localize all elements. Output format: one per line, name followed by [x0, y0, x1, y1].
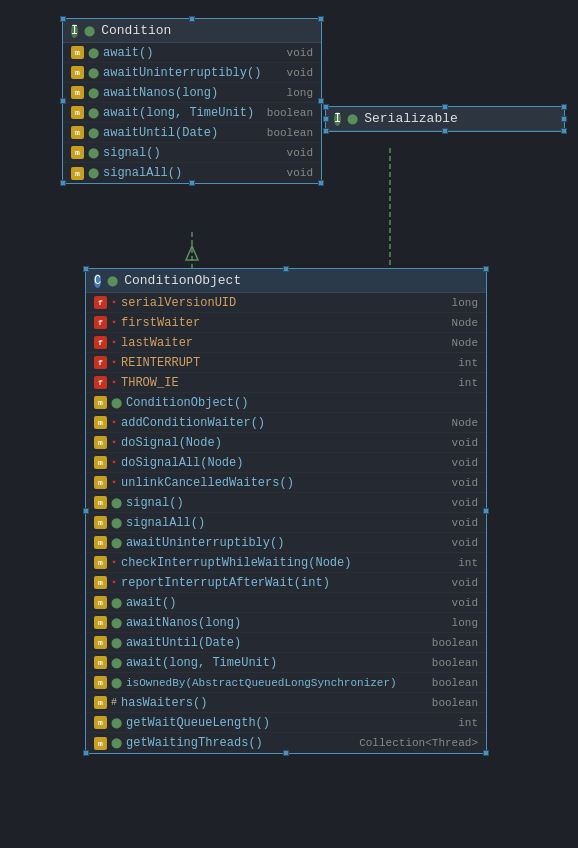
method-icon: m	[94, 416, 107, 429]
method-icon: m	[94, 596, 107, 609]
member-awaitLongTimeUnit: m ⬤ await(long, TimeUnit) boolean	[63, 103, 321, 123]
resize-tl[interactable]	[83, 266, 89, 272]
member-name: addConditionWaiter()	[121, 416, 448, 430]
pub-icon: ⬤	[88, 147, 99, 159]
priv-icon: ▪	[111, 297, 117, 308]
pub-icon: ⬤	[111, 497, 122, 509]
method-icon: m	[94, 737, 107, 750]
resize-bl[interactable]	[60, 180, 66, 186]
resize-tc[interactable]	[283, 266, 289, 272]
priv-icon: ▪	[111, 477, 117, 488]
member-isOwnedBy: m ⬤ isOwnedBy(AbstractQueuedLongSynchron…	[86, 673, 486, 693]
condition-title: Condition	[101, 23, 171, 38]
method-icon: m	[94, 536, 107, 549]
resize-ml[interactable]	[60, 98, 66, 104]
pub-icon: ⬤	[111, 637, 122, 649]
serializable-title: Serializable	[364, 111, 458, 126]
resize-ml[interactable]	[83, 508, 89, 514]
resize-bc[interactable]	[283, 750, 289, 756]
resize-bc[interactable]	[189, 180, 195, 186]
member-type: void	[452, 597, 478, 609]
condition-visibility-icon: ⬤	[84, 25, 95, 37]
resize-ml[interactable]	[323, 116, 329, 122]
method-icon: m	[94, 576, 107, 589]
member-name: getWaitingThreads()	[126, 736, 355, 750]
member-getWaitQueueLength: m ⬤ getWaitQueueLength() int	[86, 713, 486, 733]
resize-tc[interactable]	[442, 104, 448, 110]
priv-icon: ▪	[111, 577, 117, 588]
member-lastWaiter: f ▪ lastWaiter Node	[86, 333, 486, 353]
member-name: firstWaiter	[121, 316, 448, 330]
member-type: void	[452, 477, 478, 489]
method-icon: m	[94, 676, 107, 689]
member-type: void	[287, 147, 313, 159]
pub-icon: ⬤	[88, 87, 99, 99]
serializable-type-badge: I	[334, 112, 341, 126]
member-signal2: m ⬤ signal() void	[86, 493, 486, 513]
member-name: signalAll()	[103, 166, 283, 180]
pub-icon: ⬤	[111, 397, 122, 409]
priv-icon: ▪	[111, 317, 117, 328]
member-name: serialVersionUID	[121, 296, 448, 310]
member-name: awaitUntil(Date)	[103, 126, 263, 140]
resize-bl[interactable]	[83, 750, 89, 756]
member-type: void	[287, 47, 313, 59]
resize-mr[interactable]	[483, 508, 489, 514]
field-icon: f	[94, 356, 107, 369]
method-icon: m	[94, 456, 107, 469]
member-name: doSignalAll(Node)	[121, 456, 448, 470]
pub-icon: ⬤	[111, 717, 122, 729]
pub-icon: ⬤	[111, 617, 122, 629]
method-icon: m	[94, 496, 107, 509]
resize-br[interactable]	[561, 128, 567, 134]
resize-tl[interactable]	[323, 104, 329, 110]
member-type: void	[452, 577, 478, 589]
member-name: awaitUntil(Date)	[126, 636, 428, 650]
member-type: void	[452, 497, 478, 509]
resize-tr[interactable]	[483, 266, 489, 272]
method-icon: m	[94, 436, 107, 449]
resize-tr[interactable]	[318, 16, 324, 22]
pub-icon: ⬤	[111, 657, 122, 669]
member-name: REINTERRUPT	[121, 356, 454, 370]
resize-tc[interactable]	[189, 16, 195, 22]
member-type: long	[287, 87, 313, 99]
condition-class-box: I ⬤ Condition m ⬤ await() void m ⬤ await…	[62, 18, 322, 184]
member-type: void	[287, 167, 313, 179]
member-firstWaiter: f ▪ firstWaiter Node	[86, 313, 486, 333]
svg-marker-1	[186, 246, 198, 260]
member-signal: m ⬤ signal() void	[63, 143, 321, 163]
resize-br[interactable]	[483, 750, 489, 756]
member-type: void	[452, 517, 478, 529]
method-icon: m	[94, 716, 107, 729]
hash-icon: #	[111, 697, 117, 708]
member-ConditionObject-constructor: m ⬤ ConditionObject()	[86, 393, 486, 413]
resize-mr[interactable]	[561, 116, 567, 122]
member-type: int	[458, 717, 478, 729]
member-name: await(long, TimeUnit)	[103, 106, 263, 120]
resize-bc[interactable]	[442, 128, 448, 134]
condition-type-badge: I	[71, 24, 78, 38]
serializable-visibility-icon: ⬤	[347, 113, 358, 125]
pub-icon: ⬤	[111, 597, 122, 609]
method-icon: m	[71, 46, 84, 59]
resize-tr[interactable]	[561, 104, 567, 110]
member-name: signalAll()	[126, 516, 448, 530]
member-doSignal: m ▪ doSignal(Node) void	[86, 433, 486, 453]
member-name: hasWaiters()	[121, 696, 428, 710]
member-REINTERRUPT: f ▪ REINTERRUPT int	[86, 353, 486, 373]
priv-icon: ▪	[111, 337, 117, 348]
priv-icon: ▪	[111, 437, 117, 448]
resize-bl[interactable]	[323, 128, 329, 134]
member-type: Node	[452, 417, 478, 429]
resize-tl[interactable]	[60, 16, 66, 22]
member-name: awaitUninterruptibly()	[126, 536, 448, 550]
member-name: awaitNanos(long)	[126, 616, 448, 630]
member-unlinkCancelledWaiters: m ▪ unlinkCancelledWaiters() void	[86, 473, 486, 493]
method-icon: m	[94, 516, 107, 529]
member-type: boolean	[432, 697, 478, 709]
member-type: int	[458, 377, 478, 389]
resize-br[interactable]	[318, 180, 324, 186]
pub-icon: ⬤	[88, 67, 99, 79]
member-name: doSignal(Node)	[121, 436, 448, 450]
